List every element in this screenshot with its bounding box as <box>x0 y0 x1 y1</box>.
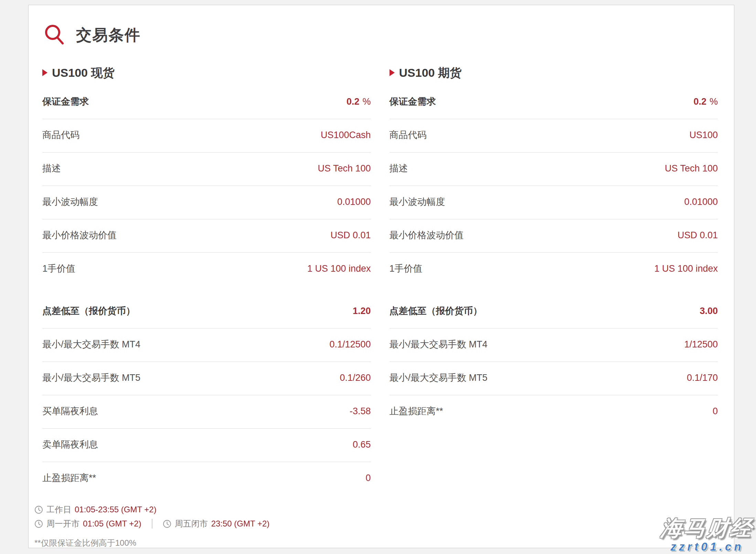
table-row: 描述 US Tech 100 <box>42 153 371 186</box>
row-label: 描述 <box>42 163 61 174</box>
table-row: 止盈损距离** 0 <box>42 462 371 495</box>
clock-icon <box>34 505 46 514</box>
section-header-spot: US100 现货 <box>42 64 371 81</box>
row-value: 3.00 <box>700 305 718 316</box>
row-label: 止盈损距离** <box>390 406 443 417</box>
table-row: 最小/最大交易手数 MT5 0.1/170 <box>390 362 718 395</box>
row-label: 保证金需求 <box>42 96 89 107</box>
row-label: 点差低至（报价货币） <box>42 305 135 316</box>
table-row: 商品代码 US100 <box>390 119 718 153</box>
watermark-brand: 海马财经 <box>660 517 755 539</box>
row-value: US Tech 100 <box>665 163 718 174</box>
table-row: 最小/最大交易手数 MT4 1/12500 <box>390 328 718 362</box>
row-label: 点差低至（报价货币） <box>390 305 482 316</box>
row-value: 0.2% <box>347 96 371 107</box>
row-label: 最小价格波动价值 <box>42 230 117 241</box>
row-value: USD 0.01 <box>678 230 718 241</box>
row-label: 最小价格波动价值 <box>390 230 464 241</box>
row-label: 描述 <box>390 163 408 174</box>
search-icon <box>44 24 66 46</box>
row-label: 保证金需求 <box>390 96 436 107</box>
row-label: 最小/最大交易手数 MT5 <box>42 372 140 383</box>
row-label: 卖单隔夜利息 <box>42 439 98 450</box>
conditions-columns: US100 现货 保证金需求 0.2% 商品代码 US100Cash 描述 US… <box>42 64 718 548</box>
caret-right-icon <box>390 69 395 76</box>
table-row: 最小波动幅度 0.01000 <box>42 186 371 219</box>
row-value: 0.1/12500 <box>329 339 371 350</box>
spot-group-1: 保证金需求 0.2% 商品代码 US100Cash 描述 US Tech 100… <box>42 86 371 286</box>
row-label: 商品代码 <box>42 129 79 140</box>
table-row: 点差低至（报价货币） 3.00 <box>390 295 718 328</box>
row-value: 0.2% <box>693 96 718 107</box>
table-row: 点差低至（报价货币） 1.20 <box>42 295 371 328</box>
futures-group-2: 点差低至（报价货币） 3.00 最小/最大交易手数 MT4 1/12500 最小… <box>390 295 718 428</box>
table-row: 最小/最大交易手数 MT4 0.1/12500 <box>42 328 371 362</box>
footnote-open-close: 周一开市 01:05 (GMT +2) 周五闭市 23:50 (GMT +2) <box>34 518 371 529</box>
row-value: US100 <box>689 129 718 140</box>
row-label: 最小/最大交易手数 MT5 <box>390 372 488 383</box>
table-row: 卖单隔夜利息 0.65 <box>42 429 371 462</box>
watermark: 海马财经 zzrt01.cn <box>661 517 753 553</box>
watermark-site: zzrt01.cn <box>661 540 753 553</box>
footnote-label: 工作日 <box>46 504 71 515</box>
row-label: 买单隔夜利息 <box>42 406 98 417</box>
row-value: 1.20 <box>353 305 371 316</box>
table-row: 保证金需求 0.2% <box>390 86 718 119</box>
section-title: US100 期货 <box>399 64 461 81</box>
row-value: 0 <box>713 406 718 417</box>
row-label: 最小/最大交易手数 MT4 <box>390 339 488 350</box>
row-label: 最小/最大交易手数 MT4 <box>42 339 140 350</box>
row-label: 商品代码 <box>390 129 427 140</box>
row-label: 止盈损距离** <box>42 472 96 483</box>
column-us100-futures: US100 期货 保证金需求 0.2% 商品代码 US100 描述 US Tec… <box>390 64 718 548</box>
table-row: 最小价格波动价值 USD 0.01 <box>390 219 718 253</box>
row-value: 1 US 100 index <box>654 263 718 274</box>
row-value: US100Cash <box>321 129 371 140</box>
row-value: 0.1/170 <box>687 372 718 383</box>
trading-conditions-card: 交易条件 US100 现货 保证金需求 0.2% 商品代码 US100Cash <box>28 5 734 548</box>
footnote-time: 01:05 (GMT +2) <box>83 519 141 529</box>
footnote-label: 周五闭市 <box>175 518 208 529</box>
row-value: 1 US 100 index <box>307 263 371 274</box>
row-unit: % <box>710 96 718 107</box>
row-value: -3.58 <box>350 406 371 417</box>
footnote-margin-note: **仅限保证金比例高于100% <box>34 537 371 548</box>
table-row: 买单隔夜利息 -3.58 <box>42 395 371 429</box>
table-row: 最小/最大交易手数 MT5 0.1/260 <box>42 362 371 395</box>
row-label: 1手价值 <box>390 263 423 274</box>
row-value: 0.01000 <box>337 196 371 207</box>
spot-group-2: 点差低至（报价货币） 1.20 最小/最大交易手数 MT4 0.1/12500 … <box>42 295 371 495</box>
table-row: 止盈损距离** 0 <box>390 395 718 428</box>
table-row: 最小价格波动价值 USD 0.01 <box>42 219 371 253</box>
page-title: 交易条件 <box>76 27 141 43</box>
clock-icon <box>163 520 175 528</box>
table-row: 描述 US Tech 100 <box>390 153 718 186</box>
table-row: 商品代码 US100Cash <box>42 119 371 153</box>
footnote-time: 23:50 (GMT +2) <box>211 519 270 529</box>
row-value: 0 <box>365 472 371 483</box>
row-value: 0.01000 <box>684 196 718 207</box>
table-row: 1手价值 1 US 100 index <box>390 253 718 286</box>
row-value: 0.65 <box>353 439 371 450</box>
table-row: 最小波动幅度 0.01000 <box>390 186 718 219</box>
row-value: USD 0.01 <box>330 230 371 241</box>
footnote-label: 周一开市 <box>46 518 79 529</box>
column-us100-spot: US100 现货 保证金需求 0.2% 商品代码 US100Cash 描述 US… <box>42 64 371 548</box>
section-header-futures: US100 期货 <box>390 64 718 81</box>
page-header: 交易条件 <box>44 24 718 46</box>
row-label: 最小波动幅度 <box>42 196 98 207</box>
row-value: US Tech 100 <box>318 163 371 174</box>
page: 交易条件 US100 现货 保证金需求 0.2% 商品代码 US100Cash <box>0 0 756 554</box>
table-row: 1手价值 1 US 100 index <box>42 253 371 286</box>
futures-group-1: 保证金需求 0.2% 商品代码 US100 描述 US Tech 100 最小波… <box>390 86 718 286</box>
table-row: 保证金需求 0.2% <box>42 86 371 119</box>
footnote-trading-hours: 工作日 01:05-23:55 (GMT +2) <box>34 504 371 515</box>
footnote-time: 01:05-23:55 (GMT +2) <box>75 505 157 514</box>
clock-icon <box>34 520 46 528</box>
footnote-divider <box>152 519 152 529</box>
footnotes: 工作日 01:05-23:55 (GMT +2) 周一开市 01:05 (GMT… <box>34 504 371 548</box>
caret-right-icon <box>42 69 47 76</box>
row-unit: % <box>362 96 371 107</box>
section-title: US100 现货 <box>52 64 114 81</box>
row-label: 最小波动幅度 <box>390 196 445 207</box>
